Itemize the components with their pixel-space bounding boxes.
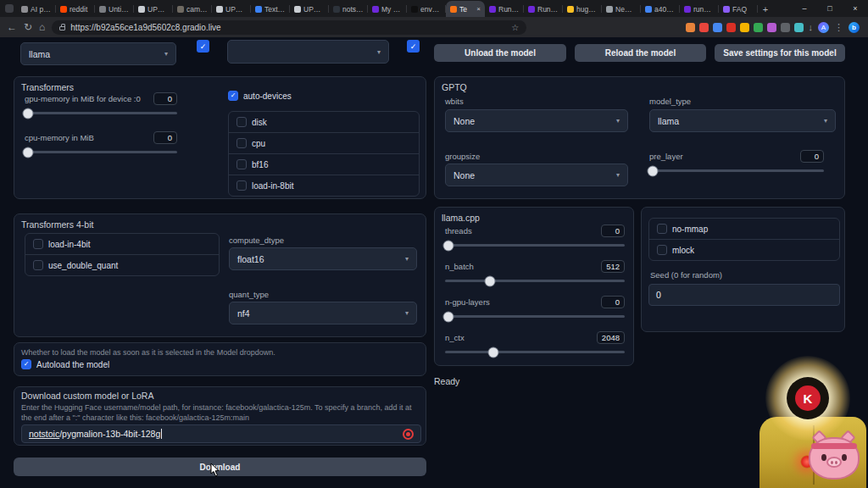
checkbox-row[interactable]: ✓ load-in-8bit [229, 175, 419, 196]
n-ctx-value[interactable]: 2048 [597, 331, 625, 344]
extension-icon[interactable] [754, 23, 763, 32]
checkbox[interactable]: ✓ [236, 138, 247, 148]
browser-tab[interactable]: RunPod × [524, 1, 563, 17]
bookmark-star-icon[interactable]: ☆ [511, 23, 519, 32]
n-batch-slider[interactable]: n_batch 512 [445, 260, 625, 282]
extension-icon[interactable] [699, 23, 709, 32]
gpu-memory-track[interactable] [25, 112, 177, 114]
checkbox[interactable]: ✓ [236, 159, 247, 169]
checkbox-row[interactable]: ✓ no-mmap [649, 219, 839, 240]
seed-input[interactable]: 0 [648, 284, 840, 306]
groupsize-dropdown[interactable]: None ▾ [445, 164, 628, 186]
checkbox[interactable]: ✓ [236, 180, 247, 191]
menu-icon[interactable]: ⋮ [834, 23, 843, 32]
browser-tab[interactable]: UPDATE × [134, 1, 173, 17]
back-icon[interactable]: ← [7, 22, 17, 32]
cpu-memory-handle[interactable] [23, 147, 32, 157]
cpu-memory-track[interactable] [25, 151, 177, 153]
address-bar[interactable]: https://b92a56ce1a9d5602c8.gradio.live ☆ [52, 20, 526, 35]
unload-model-button[interactable]: Unload the model [434, 44, 566, 62]
extension-icon[interactable] [713, 23, 722, 32]
browser-tab[interactable]: UPDATE × [212, 1, 251, 17]
threads-value[interactable]: 0 [601, 225, 625, 237]
browser-tab[interactable]: Untitled × [95, 1, 134, 17]
browser-tab[interactable]: Te × [446, 1, 485, 17]
checkbox-row[interactable]: ✓ mlock [649, 240, 839, 260]
n-gpu-layers-slider[interactable]: n-gpu-layers 0 [445, 296, 625, 318]
n-ctx-handle[interactable] [489, 347, 498, 357]
browser-tab[interactable]: a40 goo × [641, 1, 680, 17]
save-settings-button[interactable]: Save settings for this model [715, 44, 845, 62]
n-gpu-layers-handle[interactable] [444, 312, 453, 321]
browser-tab[interactable]: UPDATE × [290, 1, 329, 17]
model-dropdown[interactable]: llama ▾ [20, 42, 176, 65]
extension-icon[interactable] [767, 23, 776, 32]
browser-tab[interactable]: My Pods × [368, 1, 407, 17]
checkbox-row[interactable]: ✓ disk [229, 112, 419, 133]
browser-tab[interactable]: env@de × [407, 1, 446, 17]
extension-icon[interactable] [781, 23, 790, 32]
compute-dtype-dropdown[interactable]: float16 ▾ [229, 247, 417, 270]
profile-avatar[interactable]: A [818, 22, 829, 33]
pre-layer-slider[interactable]: pre_layer 0 [649, 150, 824, 172]
maximize-button[interactable]: □ [817, 0, 843, 17]
reload-model-button[interactable]: Reload the model [575, 44, 706, 62]
cpu-memory-slider[interactable]: cpu-memory in MiB 0 [25, 131, 177, 153]
checkbox[interactable]: ✓ [657, 224, 667, 234]
close-button[interactable]: × [843, 0, 868, 17]
new-tab-button[interactable]: + [758, 1, 773, 17]
browser-tab[interactable]: runpod × [680, 1, 719, 17]
lora-dropdown[interactable]: ▾ [227, 40, 389, 64]
model-path-input[interactable]: notstoic /pygmalion-13b-4bit-128g [21, 424, 421, 443]
downloads-icon[interactable]: ↓ [809, 23, 814, 32]
n-batch-track[interactable] [445, 280, 625, 282]
checkbox[interactable]: ✓ [21, 359, 31, 369]
mini-checkbox-1[interactable]: ✓ [197, 40, 209, 53]
extension-icon[interactable] [794, 23, 804, 32]
url-text[interactable]: https://b92a56ce1a9d5602c8.gradio.live [70, 23, 220, 32]
home-icon[interactable]: ⌂ [39, 22, 45, 32]
n-gpu-layers-track[interactable] [445, 315, 625, 318]
auto-devices-checkbox[interactable]: ✓ auto-devices [228, 91, 292, 101]
mini-checkbox-2[interactable]: ✓ [407, 40, 420, 53]
gpu-memory-value[interactable]: 0 [153, 92, 177, 105]
n-gpu-layers-value[interactable]: 0 [601, 296, 625, 308]
n-batch-handle[interactable] [486, 276, 495, 286]
pre-layer-value[interactable]: 0 [800, 150, 824, 163]
checkbox[interactable]: ✓ [33, 260, 43, 270]
browser-tab[interactable]: New tab × [602, 1, 641, 17]
threads-slider[interactable]: threads 0 [445, 225, 625, 247]
checkbox[interactable]: ✓ [228, 91, 238, 101]
model-type-dropdown[interactable]: llama ▾ [649, 109, 836, 132]
threads-handle[interactable] [444, 241, 453, 250]
threads-track[interactable] [445, 244, 625, 247]
gpu-memory-handle[interactable] [23, 108, 32, 118]
pre-layer-handle[interactable] [648, 166, 658, 175]
n-ctx-track[interactable] [445, 351, 625, 353]
browser-tab[interactable]: camen × [173, 1, 212, 17]
tab-close-icon[interactable]: × [476, 5, 481, 13]
browser-tab[interactable]: FAQ × [719, 1, 758, 17]
quant-type-dropdown[interactable]: nf4 ▾ [229, 302, 417, 324]
browser-tab[interactable]: reddit × [56, 1, 95, 17]
gpu-memory-slider[interactable]: gpu-memory in MiB for device :0 0 [25, 92, 177, 114]
minimize-button[interactable]: – [792, 0, 817, 17]
checkbox[interactable]: ✓ [236, 117, 247, 127]
extension-icon[interactable] [740, 23, 749, 32]
autoload-checkbox[interactable]: ✓ Autoload the model [21, 359, 109, 369]
checkbox-row[interactable]: ✓ cpu [229, 133, 419, 154]
checkbox[interactable]: ✓ [33, 239, 43, 249]
browser-tab[interactable]: AI prod × [17, 1, 56, 17]
checkbox-row[interactable]: ✓ use_double_quant [25, 255, 219, 275]
browser-tab[interactable]: Runpod × [485, 1, 524, 17]
checkbox-row[interactable]: ✓ load-in-4bit [25, 234, 219, 255]
browser-tab[interactable]: Text ge × [251, 1, 290, 17]
browser-tab[interactable]: notstoic × [329, 1, 368, 17]
checkbox[interactable]: ✓ [657, 245, 667, 255]
refresh-icon[interactable]: ↻ [24, 22, 32, 32]
checkbox-row[interactable]: ✓ bf16 [229, 154, 419, 175]
extension-icon[interactable] [726, 23, 736, 32]
n-batch-value[interactable]: 512 [601, 260, 625, 273]
browser-tab[interactable]: huggin × [563, 1, 602, 17]
cpu-memory-value[interactable]: 0 [153, 131, 177, 144]
